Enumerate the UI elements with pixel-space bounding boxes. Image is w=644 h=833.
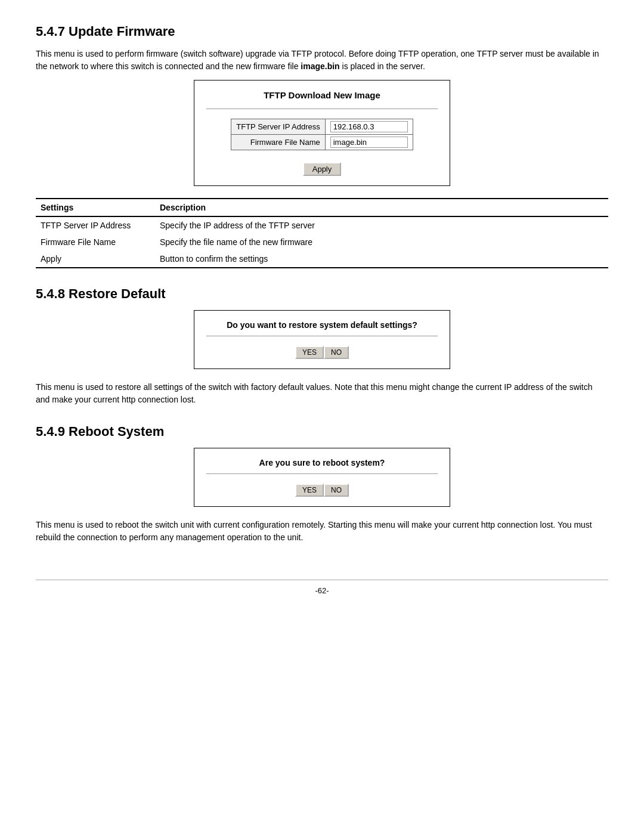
section-548-title: 5.4.8 Restore Default [36,286,608,302]
tftp-panel-title: TFTP Download New Image [206,90,438,100]
tftp-file-name-row: Firmware File Name [231,135,413,150]
reboot-no-button[interactable]: NO [324,484,349,497]
reboot-yes-button[interactable]: YES [295,484,324,497]
section-549-description: This menu is used to reboot the switch u… [36,519,608,544]
section-547-title: 5.4.7 Update Firmware [36,24,608,39]
tftp-server-ip-row: TFTP Server IP Address [231,119,413,135]
reboot-divider [206,473,438,474]
settings-row-setting: Firmware File Name [36,234,155,250]
section-548-description: This menu is used to restore all setting… [36,381,608,406]
tftp-file-name-cell [325,135,413,150]
apply-button[interactable]: Apply [303,162,342,176]
tftp-file-name-input[interactable] [330,137,408,148]
settings-row: TFTP Server IP Address Specify the IP ad… [36,216,608,234]
settings-row-setting: TFTP Server IP Address [36,216,155,234]
settings-col-header: Settings [36,199,155,216]
settings-row-setting: Apply [36,250,155,268]
section-547: 5.4.7 Update Firmware This menu is used … [36,24,608,268]
tftp-server-ip-cell [325,119,413,135]
restore-yes-no-group: YES NO [295,346,349,359]
settings-row: Firmware File Name Specify the file name… [36,234,608,250]
settings-row-description: Specify the IP address of the TFTP serve… [155,216,608,234]
tftp-panel: TFTP Download New Image TFTP Server IP A… [194,80,450,186]
page-number: -62- [315,586,329,595]
tftp-server-ip-input[interactable] [330,121,408,132]
reboot-yes-no-group: YES NO [295,484,349,497]
restore-confirm-title: Do you want to restore system default se… [206,320,438,330]
page-footer: -62- [36,580,608,595]
tftp-file-name-label: Firmware File Name [231,135,325,150]
section-549: 5.4.9 Reboot System Are you sure to rebo… [36,424,608,544]
description-col-header: Description [155,199,608,216]
section-548: 5.4.8 Restore Default Do you want to res… [36,286,608,406]
settings-row: Apply Button to confirm the settings [36,250,608,268]
settings-row-description: Button to confirm the settings [155,250,608,268]
section-549-title: 5.4.9 Reboot System [36,424,608,439]
section-547-intro: This menu is used to perform firmware (s… [36,48,608,73]
restore-yes-button[interactable]: YES [295,346,324,359]
settings-table: Settings Description TFTP Server IP Addr… [36,198,608,268]
restore-divider [206,336,438,336]
reboot-confirm-title: Are you sure to reboot system? [206,458,438,467]
restore-confirm-panel: Do you want to restore system default se… [194,310,450,369]
tftp-form-table: TFTP Server IP Address Firmware File Nam… [231,119,413,150]
reboot-confirm-panel: Are you sure to reboot system? YES NO [194,448,450,507]
restore-no-button[interactable]: NO [324,346,349,359]
tftp-divider [206,109,438,109]
settings-table-header: Settings Description [36,199,608,216]
tftp-server-ip-label: TFTP Server IP Address [231,119,325,135]
settings-row-description: Specify the file name of the new firmwar… [155,234,608,250]
